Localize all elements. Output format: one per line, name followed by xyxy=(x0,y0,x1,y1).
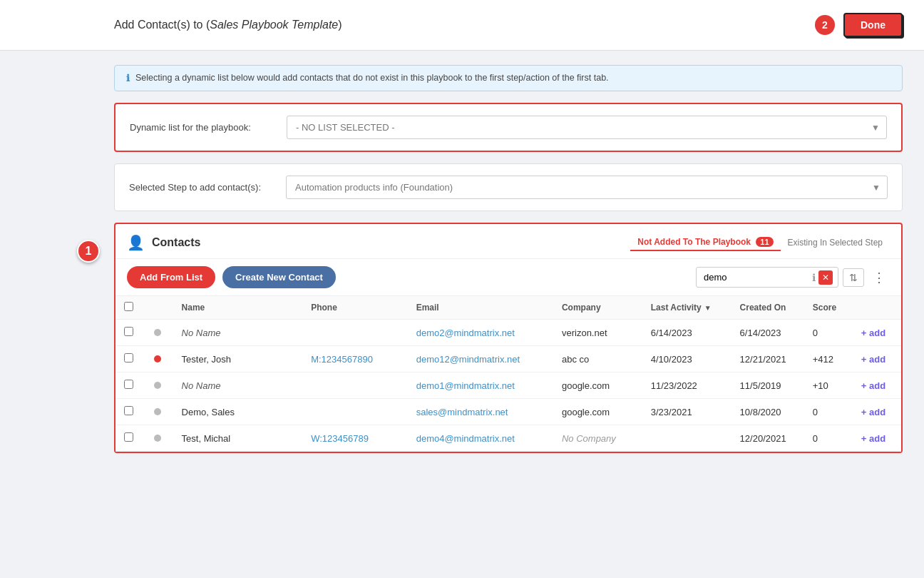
add-contact-button[interactable]: + add xyxy=(861,433,885,444)
company-name: google.com xyxy=(562,407,610,417)
status-dot xyxy=(154,408,161,415)
row-status-cell xyxy=(145,399,173,425)
tab-existing-in-step[interactable]: Existing In Selected Step xyxy=(781,235,890,250)
step1-badge: 1 xyxy=(77,240,100,263)
row-name-cell: No Name xyxy=(173,320,303,346)
row-company-cell: google.com xyxy=(553,399,642,425)
table-row: Demo, Sales sales@mindmatrix.net google.… xyxy=(115,399,901,425)
phone-link[interactable]: M:1234567890 xyxy=(311,354,373,365)
table-header-row: Name Phone Email Company Last Activity ▼… xyxy=(115,296,901,320)
email-link[interactable]: demo2@mindmatrix.net xyxy=(416,328,515,338)
toolbar-left: Add From List Create New Contact xyxy=(127,266,336,288)
contacts-table-body: No Name demo2@mindmatrix.net verizon.net… xyxy=(115,320,901,452)
row-phone-cell: M:1234567890 xyxy=(302,346,408,372)
add-from-list-button[interactable]: Add From List xyxy=(127,266,215,288)
done-button[interactable]: Done xyxy=(843,13,903,37)
add-contact-button[interactable]: + add xyxy=(861,354,885,365)
status-dot xyxy=(154,435,161,442)
row-score-cell: 0 xyxy=(804,320,853,346)
row-phone-cell xyxy=(302,320,408,346)
row-activity-cell: 3/23/2021 xyxy=(642,399,732,425)
row-checkbox-cell xyxy=(115,320,145,346)
contacts-tabs: Not Added To The Playbook 11 Existing In… xyxy=(630,234,890,251)
th-phone: Phone xyxy=(302,296,408,320)
more-options-button[interactable]: ⋮ xyxy=(868,268,890,287)
contact-name: Test, Michal xyxy=(182,433,231,444)
email-link[interactable]: demo12@mindmatrix.net xyxy=(416,354,520,365)
row-status-cell xyxy=(145,346,173,372)
email-link[interactable]: demo1@mindmatrix.net xyxy=(416,380,515,391)
email-link[interactable]: sales@mindmatrix.net xyxy=(416,407,508,417)
contacts-title: Contacts xyxy=(152,236,200,249)
row-created-cell: 10/8/2020 xyxy=(732,399,804,425)
row-checkbox-3[interactable] xyxy=(124,406,133,415)
header-right: 2 Done xyxy=(815,13,903,37)
row-name-cell: No Name xyxy=(173,372,303,399)
row-action-cell: + add xyxy=(853,425,901,452)
create-contact-button[interactable]: Create New Contact xyxy=(222,266,336,288)
info-icon: ℹ xyxy=(126,73,130,83)
row-checkbox-4[interactable] xyxy=(124,432,133,442)
row-created-cell: 12/20/2021 xyxy=(732,425,804,452)
add-contact-button[interactable]: + add xyxy=(861,380,885,391)
row-status-cell xyxy=(145,320,173,346)
row-checkbox-cell xyxy=(115,399,145,425)
company-name: google.com xyxy=(562,380,610,391)
row-checkbox-0[interactable] xyxy=(124,327,133,336)
row-checkbox-1[interactable] xyxy=(124,353,133,362)
row-checkbox-2[interactable] xyxy=(124,380,133,389)
row-score-cell: +10 xyxy=(804,372,853,399)
status-dot xyxy=(154,329,161,336)
row-company-cell: abc co xyxy=(553,346,642,372)
email-link[interactable]: demo4@mindmatrix.net xyxy=(416,433,515,444)
main-content: ℹ Selecting a dynamic list below would a… xyxy=(0,51,924,467)
step-section: Selected Step to add contact(s): Automat… xyxy=(114,163,903,211)
contact-name: No Name xyxy=(182,328,221,338)
add-contact-button[interactable]: + add xyxy=(861,407,885,417)
add-contact-button[interactable]: + add xyxy=(861,328,885,338)
status-dot xyxy=(154,355,161,362)
row-activity-cell: 6/14/2023 xyxy=(642,320,732,346)
select-all-checkbox[interactable] xyxy=(124,302,133,311)
row-phone-cell xyxy=(302,399,408,425)
dynamic-list-select-wrapper: - NO LIST SELECTED - ▼ xyxy=(287,116,887,139)
company-name: No Company xyxy=(562,433,616,444)
th-last-activity[interactable]: Last Activity ▼ xyxy=(642,296,732,320)
dynamic-list-select[interactable]: - NO LIST SELECTED - xyxy=(287,116,887,139)
contact-name: Tester, Josh xyxy=(182,354,231,365)
row-phone-cell xyxy=(302,372,408,399)
company-name: abc co xyxy=(562,354,589,365)
row-company-cell: verizon.net xyxy=(553,320,642,346)
row-score-cell: 0 xyxy=(804,399,853,425)
contact-name: No Name xyxy=(182,380,221,391)
sort-arrow-icon: ▼ xyxy=(704,304,712,312)
contacts-table: Name Phone Email Company Last Activity ▼… xyxy=(115,296,901,452)
search-box: ℹ ✕ xyxy=(696,267,838,288)
row-score-cell: +412 xyxy=(804,346,853,372)
phone-link[interactable]: W:123456789 xyxy=(311,433,369,444)
row-email-cell: demo2@mindmatrix.net xyxy=(408,320,553,346)
row-created-cell: 11/5/2019 xyxy=(732,372,804,399)
row-checkbox-cell xyxy=(115,346,145,372)
row-status-cell xyxy=(145,372,173,399)
toolbar-right: ℹ ✕ ⇅ ⋮ xyxy=(696,267,890,288)
table-row: No Name demo1@mindmatrix.net google.com … xyxy=(115,372,901,399)
step-label: Selected Step to add contact(s): xyxy=(129,182,272,193)
row-name-cell: Tester, Josh xyxy=(173,346,303,372)
step-select[interactable]: Automation products info (Foundation) xyxy=(286,176,888,199)
contacts-section: 👤 Contacts Not Added To The Playbook 11 … xyxy=(114,223,903,453)
tab-not-added[interactable]: Not Added To The Playbook 11 xyxy=(630,234,780,251)
search-input[interactable] xyxy=(696,267,838,288)
step2-badge: 2 xyxy=(815,15,835,35)
status-dot xyxy=(154,382,161,389)
row-action-cell: + add xyxy=(853,372,901,399)
tab-count-badge: 11 xyxy=(756,237,773,247)
row-created-cell: 6/14/2023 xyxy=(732,320,804,346)
th-email: Email xyxy=(408,296,553,320)
contacts-toolbar: Add From List Create New Contact ℹ ✕ ⇅ ⋮ xyxy=(115,259,901,296)
search-clear-button[interactable]: ✕ xyxy=(818,270,833,285)
contacts-title-area: 👤 Contacts xyxy=(127,234,200,251)
search-info-icon[interactable]: ℹ xyxy=(812,272,816,283)
sort-button[interactable]: ⇅ xyxy=(843,268,864,287)
row-activity-cell: 11/23/2022 xyxy=(642,372,732,399)
